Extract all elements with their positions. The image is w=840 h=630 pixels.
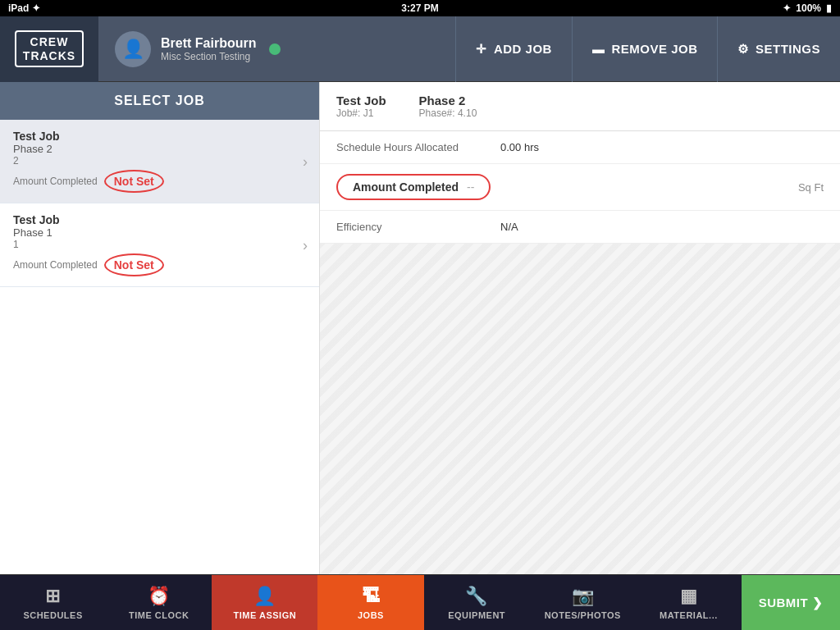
amount-completed-row[interactable]: Amount Completed -- Sq Ft xyxy=(320,164,840,211)
timeclock-icon: ⏰ xyxy=(148,586,171,607)
phase-number-display: Phase#: 4.10 xyxy=(419,107,477,119)
job-number-display: Job#: J1 xyxy=(336,107,386,119)
ipad-label: iPad ✦ xyxy=(8,2,40,14)
job-name: Test Job xyxy=(13,130,306,143)
schedules-label: SCHEDULES xyxy=(23,610,82,620)
materials-icon: ▦ xyxy=(680,586,698,607)
header-actions: ✛ ADD JOB ▬ REMOVE JOB ⚙ SETTINGS xyxy=(455,16,840,82)
nav-materials[interactable]: ▦ MATERIAL... xyxy=(636,575,742,630)
nav-timeassign[interactable]: 👤 TIME ASSIGN xyxy=(212,575,317,630)
schedule-hours-value: 0.00 hrs xyxy=(500,141,824,153)
job-amount-row: Amount Completed Not Set xyxy=(13,253,306,276)
schedule-hours-label: Schedule Hours Allocated xyxy=(336,141,500,153)
job-number: 1 xyxy=(13,239,306,250)
user-name: Brett Fairbourn xyxy=(161,36,256,51)
amount-unit: Sq Ft xyxy=(798,181,824,194)
amount-label: Amount Completed xyxy=(13,176,98,187)
user-info: Brett Fairbourn Misc Section Testing xyxy=(161,36,256,62)
schedules-icon: ⊞ xyxy=(45,586,61,607)
sidebar: SELECT JOB Test Job Phase 2 2 Amount Com… xyxy=(0,82,320,574)
job-amount-row: Amount Completed Not Set xyxy=(13,170,306,193)
detail-section: Schedule Hours Allocated 0.00 hrs Amount… xyxy=(320,131,840,244)
nav-jobs[interactable]: 🏗 JOBS xyxy=(317,575,423,630)
content-area: Test Job Job#: J1 Phase 2 Phase#: 4.10 S… xyxy=(320,82,840,574)
notesphotos-label: NOTES/PHOTOS xyxy=(545,610,621,620)
jobs-label: JOBS xyxy=(358,610,384,620)
sidebar-header: SELECT JOB xyxy=(0,82,319,120)
add-job-button[interactable]: ✛ ADD JOB xyxy=(455,16,572,82)
equipment-icon: 🔧 xyxy=(465,586,488,607)
efficiency-label: Efficiency xyxy=(336,221,500,233)
battery-icon: ▮ xyxy=(826,2,832,14)
logo: CREW TRACKS xyxy=(15,30,84,68)
efficiency-value: N/A xyxy=(500,221,824,233)
job-info-group: Test Job Job#: J1 xyxy=(336,94,386,119)
status-bar-time: 3:27 PM xyxy=(401,2,438,14)
online-indicator xyxy=(269,43,281,55)
job-number: 2 xyxy=(13,155,306,167)
status-bar-right: ✦ 100% ▮ xyxy=(783,2,832,14)
add-icon: ✛ xyxy=(476,42,487,57)
job-phase: Phase 2 xyxy=(13,143,306,155)
gear-icon: ⚙ xyxy=(737,42,749,57)
chevron-right-icon: › xyxy=(303,236,308,253)
remove-icon: ▬ xyxy=(592,42,605,56)
header: CREW TRACKS 👤 Brett Fairbourn Misc Secti… xyxy=(0,16,840,82)
phase-info-group: Phase 2 Phase#: 4.10 xyxy=(419,94,477,119)
amount-completed-label: Amount Completed xyxy=(353,180,459,194)
nav-timeclock[interactable]: ⏰ TIME CLOCK xyxy=(106,575,212,630)
avatar: 👤 xyxy=(115,31,151,67)
bluetooth-icon: ✦ xyxy=(783,2,791,14)
main-layout: SELECT JOB Test Job Phase 2 2 Amount Com… xyxy=(0,82,840,574)
content-header: Test Job Job#: J1 Phase 2 Phase#: 4.10 xyxy=(320,82,840,131)
not-set-badge: Not Set xyxy=(104,170,164,193)
nav-schedules[interactable]: ⊞ SCHEDULES xyxy=(0,575,106,630)
remove-job-button[interactable]: ▬ REMOVE JOB xyxy=(572,16,718,82)
status-bar: iPad ✦ 3:27 PM ✦ 100% ▮ xyxy=(0,0,840,16)
amount-label: Amount Completed xyxy=(13,259,98,271)
amount-completed-value: -- xyxy=(467,180,474,194)
efficiency-row: Efficiency N/A xyxy=(320,211,840,244)
settings-button[interactable]: ⚙ SETTINGS xyxy=(717,16,840,82)
job-phase: Phase 1 xyxy=(13,226,306,239)
nav-equipment[interactable]: 🔧 EQUIPMENT xyxy=(424,575,530,630)
user-subtitle: Misc Section Testing xyxy=(161,51,256,62)
amount-completed-box: Amount Completed -- xyxy=(336,174,491,200)
notesphotos-icon: 📷 xyxy=(572,586,595,607)
user-area: 👤 Brett Fairbourn Misc Section Testing xyxy=(98,31,455,67)
job-name: Test Job xyxy=(13,213,306,226)
phase-name-display: Phase 2 xyxy=(419,94,477,107)
timeclock-label: TIME CLOCK xyxy=(129,610,189,620)
equipment-label: EQUIPMENT xyxy=(448,610,505,620)
schedule-hours-row: Schedule Hours Allocated 0.00 hrs xyxy=(320,131,840,164)
logo-area: CREW TRACKS xyxy=(0,16,98,82)
submit-button[interactable]: SUBMIT ❯ xyxy=(742,575,840,630)
timeassign-label: TIME ASSIGN xyxy=(234,610,297,620)
job-item[interactable]: Test Job Phase 2 2 Amount Completed Not … xyxy=(0,120,319,203)
jobs-icon: 🏗 xyxy=(362,586,381,607)
job-item[interactable]: Test Job Phase 1 1 Amount Completed Not … xyxy=(0,203,319,287)
bottom-nav: ⊞ SCHEDULES ⏰ TIME CLOCK 👤 TIME ASSIGN 🏗… xyxy=(0,574,840,630)
materials-label: MATERIAL... xyxy=(660,610,718,620)
chevron-right-icon: › xyxy=(303,153,308,170)
battery-level: 100% xyxy=(796,2,821,14)
not-set-badge: Not Set xyxy=(104,253,164,276)
nav-notesphotos[interactable]: 📷 NOTES/PHOTOS xyxy=(530,575,636,630)
status-bar-left: iPad ✦ xyxy=(8,2,40,14)
timeassign-icon: 👤 xyxy=(253,586,276,607)
job-name-display: Test Job xyxy=(336,94,386,107)
